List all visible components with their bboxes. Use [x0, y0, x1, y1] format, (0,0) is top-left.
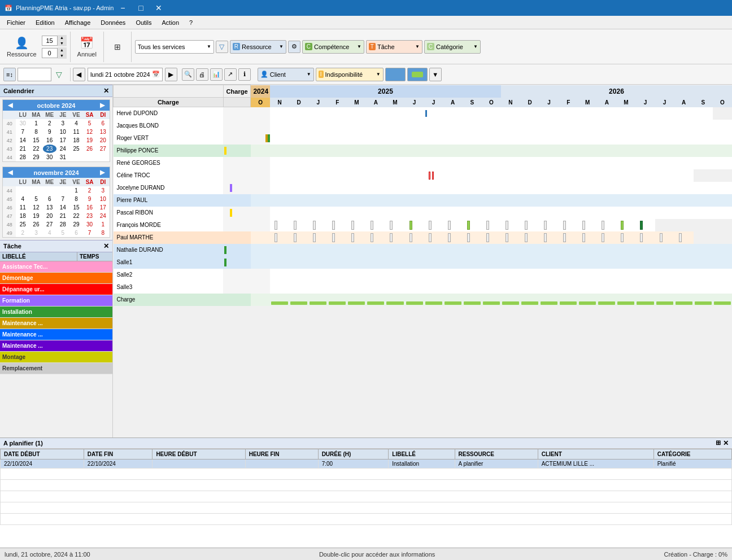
list-item[interactable]: Assistance Tec... [0, 261, 112, 273]
cal-day[interactable]: 3 [96, 186, 110, 195]
table-row[interactable]: Pascal RIBON [114, 207, 733, 219]
prev-button[interactable]: ◀ [73, 68, 85, 81]
cal-day[interactable]: 16 [43, 136, 56, 145]
cal-day[interactable]: 24 [56, 145, 70, 153]
cal-day[interactable]: 8 [69, 195, 83, 203]
cal-day[interactable]: 6 [69, 229, 83, 237]
print-button[interactable]: 🖨 [196, 68, 208, 81]
table-row[interactable]: Salle3 [114, 281, 733, 294]
cal-day[interactable]: 21 [16, 145, 29, 153]
menu-donnees[interactable]: Données [96, 18, 130, 27]
cal-day[interactable]: 13 [43, 203, 56, 212]
list-item[interactable]: Montage [0, 352, 112, 363]
calendar-oct-next[interactable]: ▶ [98, 102, 106, 109]
spinbox1-down[interactable]: ▼ [58, 41, 67, 46]
cal-day[interactable]: 25 [69, 145, 83, 153]
cal-day[interactable]: 2 [83, 186, 97, 195]
table-row[interactable]: René GEORGES [114, 157, 733, 169]
table-row[interactable]: Céline TROC [114, 169, 733, 182]
cal-day[interactable]: 27 [96, 145, 110, 153]
cal-day[interactable]: 30 [83, 220, 97, 229]
table-row[interactable] [1, 514, 732, 525]
table-row[interactable]: Charge [114, 294, 733, 306]
calendar-oct-prev[interactable]: ◀ [6, 102, 14, 109]
ressource-button[interactable]: 👤 Ressource [3, 33, 40, 61]
cal-day[interactable]: 28 [56, 220, 70, 229]
cal-day[interactable]: 17 [56, 136, 70, 145]
cal-day[interactable]: 30 [43, 153, 56, 161]
info-button[interactable]: ℹ [238, 68, 251, 81]
list-item[interactable]: Maintenance ... [0, 329, 112, 340]
cal-day[interactable]: 12 [83, 128, 97, 136]
cal-day[interactable]: 5 [56, 229, 70, 237]
cal-day[interactable]: 23 [83, 212, 97, 220]
cal-day[interactable]: 20 [43, 212, 56, 220]
cal-day[interactable] [83, 153, 97, 161]
cal-day[interactable]: 9 [83, 195, 97, 203]
cal-day[interactable]: 9 [43, 128, 56, 136]
cal-day[interactable]: 16 [83, 203, 97, 212]
annuel-button[interactable]: 📅 Annuel [74, 33, 100, 61]
ressource-filter-extra[interactable]: ⚙ [288, 41, 300, 53]
table-row[interactable] [1, 469, 732, 480]
cal-day[interactable]: 7 [16, 128, 29, 136]
cal-day[interactable]: 11 [16, 203, 29, 212]
cal-day[interactable]: 18 [69, 136, 83, 145]
list-item[interactable]: Dépannage ur... [0, 284, 112, 295]
cal-day[interactable]: 19 [83, 136, 97, 145]
toggle-extra[interactable]: ▼ [429, 68, 442, 81]
table-row[interactable]: Philippe PONCE [114, 145, 733, 157]
spinbox2-input[interactable] [42, 48, 58, 58]
menu-aide[interactable]: ? [185, 18, 197, 27]
cal-day[interactable]: 3 [29, 229, 43, 237]
menu-edition[interactable]: Edition [31, 18, 59, 27]
table-row[interactable]: Nathalie DURAND [114, 244, 733, 256]
cal-day[interactable]: 1 [29, 119, 43, 128]
cal-day[interactable]: 7 [83, 229, 97, 237]
table-row[interactable]: Pierre PAUL [114, 194, 733, 207]
cal-day[interactable]: 20 [96, 136, 110, 145]
table-row[interactable]: Jocelyne DURAND [114, 182, 733, 194]
tache-dropdown[interactable]: T Tâche ▼ [366, 40, 422, 54]
cal-day[interactable]: 19 [29, 212, 43, 220]
cal-day[interactable]: 3 [56, 119, 70, 128]
cal-day[interactable]: 15 [69, 203, 83, 212]
cal-day[interactable]: 18 [16, 212, 29, 220]
cal-day[interactable]: 2 [43, 119, 56, 128]
cal-day[interactable]: 5 [83, 119, 97, 128]
cal-day[interactable]: 14 [16, 136, 29, 145]
services-dropdown[interactable]: Tous les services ▼ [135, 40, 214, 54]
cal-day[interactable]: 21 [56, 212, 70, 220]
cal-day[interactable]: 1 [69, 186, 83, 195]
cal-day[interactable]: 25 [16, 220, 29, 229]
cal-day[interactable] [56, 186, 70, 195]
cal-day[interactable]: 29 [29, 153, 43, 161]
cal-day[interactable]: 31 [56, 153, 70, 161]
cal-day[interactable]: 26 [29, 220, 43, 229]
table-row[interactable]: Salle1 [114, 256, 733, 269]
table-row[interactable] [1, 480, 732, 491]
cal-day[interactable]: 8 [29, 128, 43, 136]
cal-day[interactable] [29, 186, 43, 195]
cal-day[interactable]: 13 [96, 128, 110, 136]
table-row[interactable]: Paul MARTHE [114, 231, 733, 244]
cal-day[interactable]: 14 [56, 203, 70, 212]
cal-day[interactable]: 6 [96, 119, 110, 128]
share-button[interactable]: ↗ [224, 68, 237, 81]
color-toggle1[interactable] [385, 68, 406, 81]
cal-day[interactable]: 4 [43, 229, 56, 237]
list-item[interactable]: Maintenance ... [0, 318, 112, 329]
menu-fichier[interactable]: Fichier [2, 18, 30, 27]
cal-day[interactable]: 12 [29, 203, 43, 212]
spinbox1-up[interactable]: ▲ [58, 35, 67, 41]
cal-day[interactable]: 8 [96, 229, 110, 237]
close-button[interactable]: ✕ [150, 0, 168, 16]
spinbox2-up[interactable]: ▲ [58, 47, 67, 53]
client-dropdown[interactable]: 👤 Client ▼ [258, 68, 314, 81]
list-item[interactable]: Installation [0, 307, 112, 318]
cal-day[interactable] [16, 186, 29, 195]
export-button[interactable]: 📊 [210, 68, 223, 81]
table-row[interactable]: Salle2 [114, 269, 733, 281]
indispo-dropdown[interactable]: I Indisponibilité ▼ [316, 68, 384, 81]
gantt-scroll-area[interactable]: Charge 2024 2025 2026 Charge O N D J F [113, 85, 732, 438]
